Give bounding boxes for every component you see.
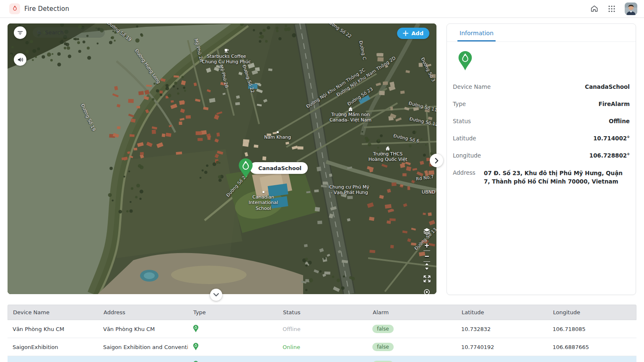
- search-icon: [37, 30, 42, 35]
- table-row[interactable]: Văn Phòng Khu CM Văn Phòng Khu CM Offlin…: [8, 320, 636, 338]
- cell-alarm: false: [367, 343, 456, 351]
- layers-icon: [423, 227, 431, 235]
- flame-icon: [11, 5, 18, 12]
- add-device-button[interactable]: Add: [397, 28, 429, 39]
- locate-icon: [423, 288, 431, 294]
- map-container: Đường Số 19Đường Số 19Đường Hưng LongMỹ …: [8, 23, 436, 294]
- cell-alarm: false: [367, 325, 456, 333]
- zoom-out-button[interactable]: −: [424, 252, 429, 260]
- cell-type: [188, 325, 278, 334]
- cell-device-name: Văn Phòng Khu CM: [8, 326, 98, 332]
- topbar: Fire Detection: [0, 0, 644, 18]
- cell-status: Offline: [278, 326, 367, 332]
- cell-status: Online: [278, 344, 367, 350]
- info-tabs: Information: [447, 24, 636, 42]
- col-device-name: Device Name: [8, 309, 99, 315]
- col-alarm: Alarm: [368, 309, 457, 315]
- latitude-value: 10.714002°: [593, 135, 630, 142]
- alarm-badge: false: [372, 343, 394, 351]
- field-label: Type: [453, 101, 466, 107]
- chevron-down-icon: [213, 292, 219, 297]
- fullscreen-button[interactable]: [423, 275, 431, 283]
- device-name-value: CanadaSchool: [585, 83, 630, 90]
- field-label: Longitude: [453, 152, 481, 159]
- chevron-right-icon: [434, 158, 439, 163]
- sound-button[interactable]: [14, 53, 26, 66]
- alarm-badge: false: [372, 325, 394, 333]
- apps-grid-button[interactable]: [608, 5, 615, 13]
- col-address: Address: [99, 309, 188, 315]
- green-pin-icon: [457, 50, 473, 71]
- page-title: Fire Detection: [24, 5, 69, 13]
- home-icon: [590, 4, 599, 13]
- cell-type: [188, 361, 278, 362]
- home-button[interactable]: [590, 4, 599, 13]
- field-label: Device Name: [453, 83, 491, 90]
- filter-button[interactable]: [14, 26, 26, 39]
- map-search: [33, 27, 105, 38]
- apps-grid-icon: [608, 5, 615, 13]
- address-value: 07 Đ. Số 23, Khu đô thị Phú Mỹ Hưng, Quậ…: [484, 169, 630, 186]
- add-button-label: Add: [411, 30, 423, 36]
- field-label: Latitude: [453, 135, 476, 142]
- unfold-arrows-icon: [424, 263, 430, 270]
- divider: [423, 251, 430, 251]
- tab-information[interactable]: Information: [457, 24, 496, 41]
- cell-latitude: 10.7740192: [456, 344, 548, 350]
- table-row[interactable]: SaigonExhibition Saigon Exhibition and C…: [8, 338, 636, 356]
- cell-type: [188, 343, 278, 352]
- longitude-value: 106.728802°: [589, 152, 630, 159]
- cell-longitude: 106.718085: [548, 326, 636, 332]
- table-body: Văn Phòng Khu CM Văn Phòng Khu CM Offlin…: [8, 320, 636, 362]
- plus-icon: [403, 31, 408, 36]
- green-pin-icon: [193, 343, 199, 350]
- info-panel: Information Device NameCanadaSchool Type…: [447, 23, 636, 295]
- panel-expand-button[interactable]: [430, 154, 443, 167]
- divider: [423, 261, 430, 262]
- filter-icon: [17, 29, 23, 36]
- satellite-map[interactable]: Đường Số 19Đường Số 19Đường Hưng LongMỹ …: [8, 23, 436, 294]
- fullscreen-icon: [423, 275, 431, 283]
- device-pin: [457, 50, 636, 73]
- cell-latitude: 10.732832: [456, 326, 548, 332]
- table-header: Device Name Address Type Status Alarm La…: [8, 305, 636, 320]
- device-marker-label[interactable]: CanadaSchool: [250, 162, 308, 174]
- col-longitude: Longitude: [548, 309, 636, 315]
- cell-address: Văn Phòng Khu CM: [98, 326, 188, 332]
- layers-button[interactable]: [423, 227, 431, 235]
- cell-longitude: 106.6887665: [548, 344, 636, 350]
- col-type: Type: [188, 309, 278, 315]
- device-marker-pin[interactable]: [237, 158, 254, 181]
- info-fields: Device NameCanadaSchool TypeFireAlarm St…: [447, 83, 636, 186]
- status-value: Offline: [609, 118, 630, 124]
- type-value: FireAlarm: [598, 101, 630, 107]
- search-input[interactable]: [44, 29, 101, 36]
- table-collapse-button[interactable]: [210, 289, 222, 301]
- cell-address: Saigon Exhibition and Convention Ce: [98, 344, 188, 350]
- avatar[interactable]: [625, 3, 637, 15]
- field-label: Status: [453, 118, 471, 124]
- tilt-button[interactable]: [424, 263, 430, 270]
- avatar-photo: [625, 3, 637, 15]
- locate-button[interactable]: [423, 288, 431, 294]
- zoom-in-button[interactable]: +: [424, 241, 429, 249]
- satellite-terrain: [8, 23, 436, 294]
- green-pin-icon: [237, 158, 254, 179]
- table-row[interactable]: Crescent Mall Crescent Mall Offline fals…: [8, 356, 636, 362]
- col-status: Status: [278, 309, 368, 315]
- col-latitude: Latitude: [457, 309, 548, 315]
- green-pin-icon: [193, 361, 199, 362]
- device-table: Device Name Address Type Status Alarm La…: [8, 305, 636, 362]
- cell-device-name: SaigonExhibition: [8, 344, 98, 350]
- map-controls: + −: [421, 227, 433, 294]
- field-label: Address: [453, 169, 484, 176]
- speaker-icon: [17, 56, 24, 63]
- app-logo: [9, 3, 20, 14]
- green-pin-icon: [193, 325, 199, 332]
